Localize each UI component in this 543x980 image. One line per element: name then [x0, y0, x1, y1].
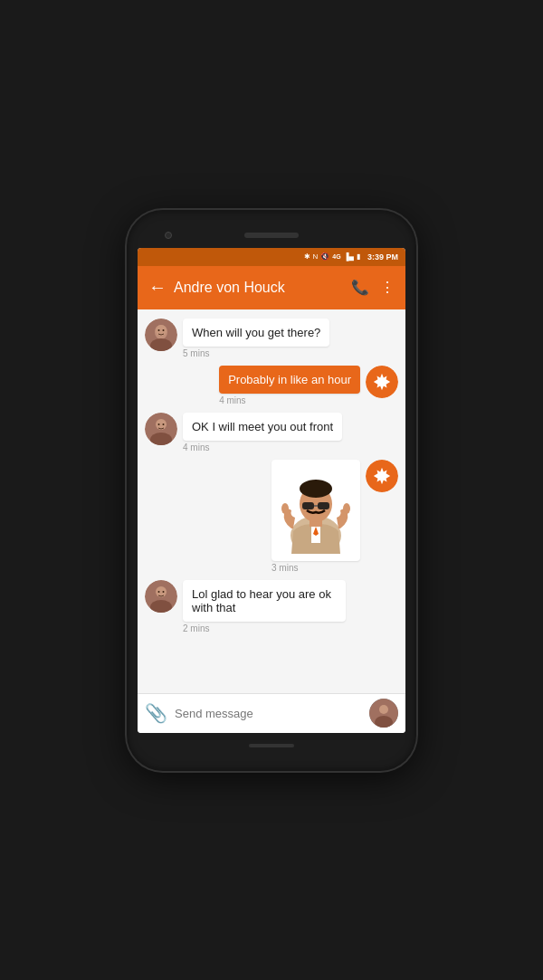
svg-point-20: [281, 503, 289, 514]
nfc-icon: N: [313, 252, 319, 261]
table-row: OK I will meet you out front 4 mins: [145, 413, 398, 452]
battery-icon: ▮: [357, 252, 360, 261]
camera: [165, 232, 172, 239]
message-input[interactable]: [175, 707, 362, 720]
svg-point-10: [163, 423, 165, 425]
svg-rect-18: [318, 502, 329, 509]
table-row: Probably in like an hour 4 mins: [145, 366, 398, 405]
table-row: 3 mins: [145, 460, 398, 573]
status-icons: ✱ N 🔇 4G ▐▄ ▮: [304, 252, 360, 261]
sticker-image: [275, 463, 357, 554]
mute-icon: 🔇: [320, 252, 329, 261]
message-time: 4 mins: [183, 442, 342, 452]
toolbar: ← Andre von Houck 📞 ⋮: [138, 266, 405, 309]
message-time: 4 mins: [219, 395, 360, 405]
message-bubble: When will you get there?: [183, 319, 329, 347]
phone-frame: ✱ N 🔇 4G ▐▄ ▮ 3:39 PM ← Andre von Houck …: [127, 210, 416, 771]
signal-icon: ▐▄: [344, 252, 354, 261]
avatar: [145, 413, 177, 445]
table-row: Lol glad to hear you are ok with that 2 …: [145, 580, 398, 633]
message-text: Lol glad to hear you are ok with that: [192, 587, 331, 614]
message-bubble: Lol glad to hear you are ok with that: [183, 580, 346, 622]
messages-area: When will you get there? 5 mins: [138, 309, 405, 693]
bubble-wrapper: 3 mins: [272, 460, 360, 573]
bluetooth-icon: ✱: [304, 252, 310, 261]
toolbar-icons: 📞 ⋮: [351, 279, 395, 296]
message-time: 3 mins: [272, 563, 360, 573]
more-options-icon[interactable]: ⋮: [380, 279, 395, 296]
message-time: 5 mins: [183, 348, 329, 358]
svg-point-9: [158, 423, 160, 425]
call-icon[interactable]: 📞: [351, 279, 369, 296]
phone-bottom: [138, 737, 405, 755]
status-bar: ✱ N 🔇 4G ▐▄ ▮ 3:39 PM: [138, 248, 405, 266]
home-indicator: [249, 744, 294, 747]
svg-point-21: [343, 503, 350, 514]
bubble-wrapper: Lol glad to hear you are ok with that 2 …: [183, 580, 346, 633]
sender-avatar: [366, 460, 398, 492]
input-bar: 📎: [138, 693, 405, 733]
table-row: When will you get there? 5 mins: [145, 319, 398, 358]
svg-point-23: [156, 586, 167, 597]
phone-top: [138, 226, 405, 244]
message-bubble-orange: Probably in like an hour: [219, 366, 360, 394]
bubble-wrapper: OK I will meet you out front 4 mins: [183, 413, 342, 452]
status-time: 3:39 PM: [367, 252, 398, 262]
svg-point-28: [379, 705, 388, 714]
speaker: [244, 233, 299, 238]
contact-name: Andre von Houck: [174, 280, 344, 296]
screen: ✱ N 🔇 4G ▐▄ ▮ 3:39 PM ← Andre von Houck …: [138, 248, 405, 733]
send-avatar: [369, 699, 398, 728]
message-text: OK I will meet you out front: [192, 420, 333, 433]
svg-point-3: [156, 325, 167, 336]
message-text: When will you get there?: [192, 326, 320, 339]
message-text: Probably in like an hour: [228, 373, 351, 386]
avatar: [145, 319, 177, 351]
svg-point-4: [158, 329, 160, 331]
bubble-wrapper: Probably in like an hour 4 mins: [219, 366, 360, 405]
svg-point-26: [163, 591, 165, 593]
avatar: [366, 366, 398, 398]
sender-avatar: [366, 366, 398, 398]
svg-point-5: [163, 329, 165, 331]
back-button[interactable]: ←: [148, 277, 167, 298]
bubble-wrapper: When will you get there? 5 mins: [183, 319, 329, 358]
svg-point-16: [300, 480, 332, 498]
data-icon: 4G: [332, 253, 340, 260]
svg-point-25: [158, 591, 160, 593]
avatar: [145, 580, 177, 613]
avatar: [366, 460, 398, 492]
svg-rect-17: [302, 502, 314, 509]
attach-icon[interactable]: 📎: [145, 702, 167, 724]
message-bubble: OK I will meet you out front: [183, 413, 342, 441]
message-time: 2 mins: [183, 623, 346, 633]
svg-point-7: [156, 419, 167, 430]
